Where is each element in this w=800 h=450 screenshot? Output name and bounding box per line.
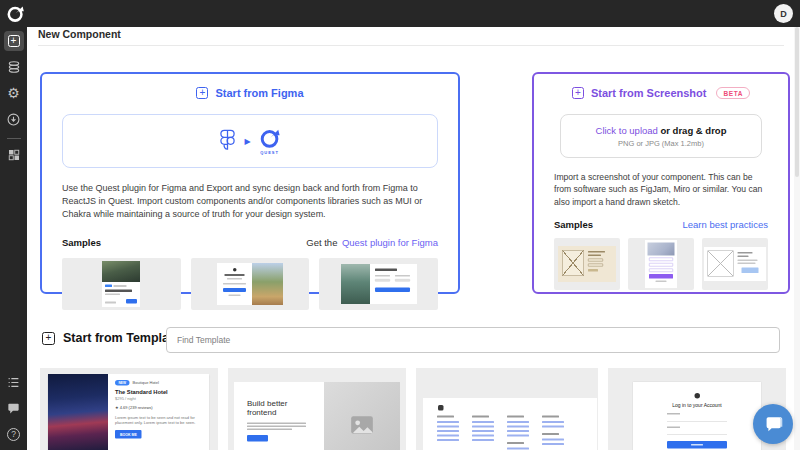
hotel-rating: ★ 4.69 (239 reviews): [115, 405, 203, 410]
footer-mockup: [416, 368, 598, 450]
quest-logo-icon[interactable]: [6, 4, 25, 23]
user-avatar[interactable]: D: [774, 4, 793, 23]
layers-icon: [7, 60, 21, 74]
sidebar-item-list[interactable]: [4, 372, 24, 392]
quest-mark: QUEST: [259, 127, 281, 155]
figma-sample-thumbs: [62, 258, 438, 310]
plugin-link-row: Get the Quest plugin for Figma: [306, 232, 438, 250]
gear-icon: ⚙: [7, 86, 20, 100]
checkout-mockup: [341, 264, 417, 304]
start-from-template-header: Start from Template: [42, 331, 180, 345]
screenshot-samples-row: Samples Learn best practices: [554, 219, 768, 230]
figma-card-header: Start from Figma: [42, 87, 458, 99]
samples-label: Samples: [554, 219, 593, 230]
upload-label: Click to upload or drag & drop: [596, 125, 727, 136]
sidebar-divider: [7, 138, 21, 139]
template-section-title: Start from Template: [63, 331, 180, 345]
click-to-upload-link[interactable]: Click to upload: [596, 125, 658, 136]
samples-label: Samples: [62, 237, 101, 248]
beta-badge: BETA: [716, 87, 750, 99]
sidebar-item-layers[interactable]: [4, 57, 24, 77]
arrow-right-icon: ▶: [244, 137, 250, 146]
page-title: New Component: [38, 28, 121, 40]
screenshot-card-title: Start from Screenshot: [591, 87, 707, 99]
figma-sample-login[interactable]: [191, 258, 310, 310]
scrollbar-thumb[interactable]: [795, 27, 799, 177]
sidebar-item-feedback[interactable]: [4, 398, 24, 418]
help-icon: ?: [7, 428, 20, 441]
screenshot-card-description: Import a screenshot of your component. T…: [554, 171, 768, 208]
figma-card-title: Start from Figma: [215, 87, 303, 99]
hotel-title: The Standard Hotel: [115, 389, 203, 395]
sidebar-bottom-group: ?: [0, 366, 27, 444]
quest-logo-icon: [259, 127, 281, 149]
upload-hint: PNG or JPG (Max 1.2mb): [618, 139, 704, 148]
figma-sample-listing-card[interactable]: [62, 258, 181, 310]
hotel-body-text: Lorem ipsum text to be seen and not read…: [115, 415, 203, 426]
image-placeholder-icon: [349, 412, 375, 438]
figma-card-description: Use the Quest plugin for Figma and Expor…: [62, 182, 438, 221]
sidebar-item-components[interactable]: [4, 145, 24, 165]
plus-square-icon: [42, 332, 55, 345]
plus-square-icon: [8, 35, 20, 47]
star-icon: ★: [115, 405, 119, 410]
hotel-category: Boutique Hotel: [133, 381, 159, 386]
header-divider: [38, 45, 784, 46]
list-icon: [7, 376, 20, 389]
sidebar-item-new-component[interactable]: [4, 31, 24, 51]
hero-mockup: Build better frontend: [228, 368, 406, 450]
figma-logo-icon: [219, 129, 236, 154]
chat-bubble-icon: [762, 413, 784, 435]
wireframe-mockup: [704, 247, 766, 281]
template-footer[interactable]: [416, 368, 598, 450]
screenshot-sample-thumbs: [554, 238, 768, 290]
neon-city-photo: [48, 374, 108, 450]
screenshot-sample-wireframe[interactable]: [702, 238, 768, 290]
book-me-button: BOOK ME: [115, 430, 142, 439]
screenshot-sample-sketch[interactable]: [554, 238, 620, 290]
page-scrollbar[interactable]: [794, 27, 800, 450]
wireframe-placeholder-box: [708, 251, 734, 277]
sidebar-item-help[interactable]: ?: [4, 424, 24, 444]
template-hero-section[interactable]: Build better frontend: [228, 368, 406, 450]
template-hotel-card[interactable]: NEW Boutique Hotel The Standard Hotel $2…: [40, 368, 218, 450]
find-template-input[interactable]: [166, 327, 780, 353]
sidebar-item-settings[interactable]: ⚙: [4, 83, 24, 103]
hero-title: Build better frontend: [247, 399, 307, 417]
figma-sample-checkout[interactable]: [319, 258, 438, 310]
wave-photo: [341, 264, 370, 304]
new-badge: NEW: [115, 380, 130, 386]
start-from-figma-card[interactable]: Start from Figma ▶ QUEST Use the Quest p…: [40, 72, 460, 294]
listing-mockup: [102, 261, 140, 307]
login-mockup: [217, 263, 283, 305]
hotel-price: $295 / night: [115, 396, 203, 401]
sidebar-item-export[interactable]: [4, 109, 24, 129]
login-title: Log in to your Account: [672, 403, 721, 409]
chat-icon: [7, 402, 20, 415]
quest-plugin-link[interactable]: Quest plugin for Figma: [342, 237, 438, 248]
hotel-mockup: NEW Boutique Hotel The Standard Hotel $2…: [40, 368, 218, 450]
drag-drop-label: or drag & drop: [660, 125, 726, 136]
sidebar: ⚙ ?: [0, 27, 27, 450]
quest-caption: QUEST: [260, 150, 279, 155]
palm-photo: [252, 263, 283, 305]
figma-samples-row: Samples Get the Quest plugin for Figma: [62, 232, 438, 250]
hero-button: [247, 435, 268, 442]
upload-dropzone[interactable]: Click to upload or drag & drop PNG or JP…: [560, 114, 762, 158]
screenshot-sample-mobile-form[interactable]: [628, 238, 694, 290]
start-from-screenshot-card[interactable]: Start from Screenshot BETA Click to uplo…: [532, 72, 790, 294]
plus-square-icon: [572, 87, 584, 99]
screenshot-card-header: Start from Screenshot BETA: [534, 87, 788, 99]
get-the-label: Get the: [306, 237, 337, 248]
top-bar: D: [0, 0, 800, 27]
download-circle-icon: [7, 113, 20, 126]
mobile-form-mockup: [645, 240, 677, 288]
chat-widget-button[interactable]: [753, 404, 793, 444]
hotel-rating-text: 4.69 (239 reviews): [120, 405, 153, 410]
learn-best-practices-link[interactable]: Learn best practices: [682, 219, 768, 230]
login-logo: [694, 393, 700, 399]
components-grid-icon: [8, 149, 20, 161]
plus-square-icon: [196, 87, 208, 99]
login-button: [667, 441, 727, 449]
house-photo: [102, 261, 140, 282]
